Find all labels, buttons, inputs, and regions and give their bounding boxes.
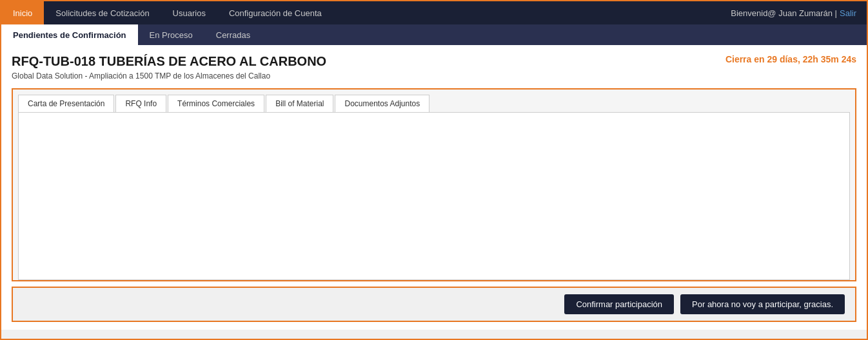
rfq-timer: Cierra en 29 días, 22h 35m 24s xyxy=(725,54,856,64)
rfq-title: RFQ-TUB-018 TUBERÍAS DE ACERO AL CARBONO xyxy=(12,54,326,69)
sub-navigation: Pendientes de Confirmación En Proceso Ce… xyxy=(1,24,867,45)
tabs-list: Carta de Presentación RFQ Info Términos … xyxy=(18,95,850,113)
tab-carta-presentacion[interactable]: Carta de Presentación xyxy=(18,95,114,112)
decline-button[interactable]: Por ahora no voy a participar, gracias. xyxy=(680,294,845,314)
subnav-cerradas[interactable]: Cerradas xyxy=(204,24,262,45)
nav-configuracion[interactable]: Configuración de Cuenta xyxy=(217,1,333,24)
top-navigation: Inicio Solicitudes de Cotización Usuario… xyxy=(1,1,867,24)
welcome-text: Bienvenid@ Juan Zumarán | xyxy=(731,8,837,18)
subnav-en-proceso[interactable]: En Proceso xyxy=(138,24,204,45)
action-bar: Confirmar participación Por ahora no voy… xyxy=(12,287,856,322)
tab-content-panel xyxy=(18,113,850,280)
tab-bill-of-material[interactable]: Bill of Material xyxy=(266,95,333,112)
tabs-wrapper: Carta de Presentación RFQ Info Términos … xyxy=(12,88,856,281)
rfq-title-block: RFQ-TUB-018 TUBERÍAS DE ACERO AL CARBONO… xyxy=(12,54,326,88)
rfq-subtitle: Global Data Solution - Ampliación a 1500… xyxy=(12,71,326,80)
logout-link[interactable]: Salir xyxy=(840,8,856,18)
nav-solicitudes[interactable]: Solicitudes de Cotización xyxy=(44,1,161,24)
subnav-pendientes[interactable]: Pendientes de Confirmación xyxy=(1,24,138,45)
confirm-button[interactable]: Confirmar participación xyxy=(564,294,674,314)
tab-terminos-comerciales[interactable]: Términos Comerciales xyxy=(168,95,264,112)
nav-inicio[interactable]: Inicio xyxy=(1,1,44,24)
user-info: Bienvenid@ Juan Zumarán | Salir xyxy=(731,1,867,24)
main-content: RFQ-TUB-018 TUBERÍAS DE ACERO AL CARBONO… xyxy=(1,45,867,330)
rfq-header: RFQ-TUB-018 TUBERÍAS DE ACERO AL CARBONO… xyxy=(12,54,856,88)
nav-usuarios[interactable]: Usuarios xyxy=(161,1,217,24)
tab-documentos-adjuntos[interactable]: Documentos Adjuntos xyxy=(335,95,429,112)
tab-rfq-info[interactable]: RFQ Info xyxy=(115,95,166,112)
